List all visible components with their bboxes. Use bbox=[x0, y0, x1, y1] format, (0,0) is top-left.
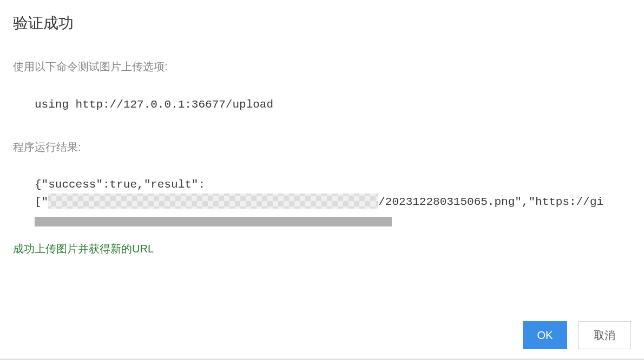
result-line-1: {"success":true,"result": bbox=[35, 176, 631, 194]
result-code-block: {"success":true,"result": ["/20231228031… bbox=[13, 176, 631, 211]
dialog-title: 验证成功 bbox=[13, 13, 631, 34]
result-line-2: ["/202312280315065.png","https://gi bbox=[35, 194, 631, 211]
horizontal-scrollbar[interactable] bbox=[35, 217, 392, 226]
success-message: 成功上传图片并获得新的URL bbox=[13, 242, 631, 256]
result-suffix: /202312280315065.png","https://gi bbox=[378, 196, 603, 208]
instruction-label: 使用以下命令测试图片上传选项: bbox=[13, 59, 631, 74]
cancel-button[interactable]: 取消 bbox=[578, 321, 631, 349]
verification-dialog: 验证成功 使用以下命令测试图片上传选项: using http://127.0.… bbox=[0, 0, 644, 360]
command-code-block: using http://127.0.0.1:36677/upload bbox=[13, 96, 631, 114]
result-prefix: [" bbox=[35, 196, 48, 208]
result-label: 程序运行结果: bbox=[13, 140, 631, 155]
dialog-button-row: OK 取消 bbox=[523, 321, 631, 349]
ok-button[interactable]: OK bbox=[523, 321, 567, 349]
redacted-content bbox=[48, 194, 378, 209]
